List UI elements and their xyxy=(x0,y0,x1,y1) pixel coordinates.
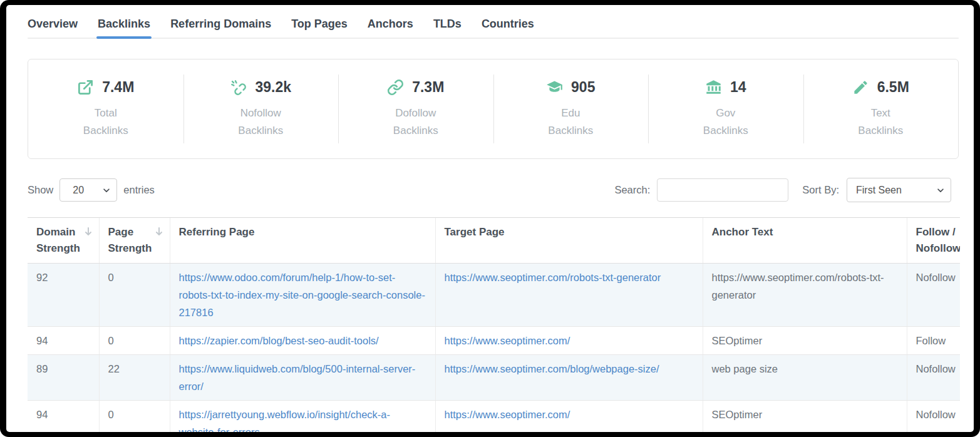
stat-top: 14 xyxy=(705,79,746,96)
stat-card-edu-backlinks: 905 Edu Backlinks xyxy=(493,59,649,158)
stat-card-dofollow-backlinks: 7.3M Dofollow Backlinks xyxy=(338,59,493,158)
column-header-follow-nofollow[interactable]: Follow / Nofollow xyxy=(907,218,960,264)
target-page-cell: https://www.seoptimer.com/robots-txt-gen… xyxy=(435,264,703,327)
column-header-target-page[interactable]: Target Page xyxy=(435,218,703,264)
stat-value: 6.5M xyxy=(877,79,909,96)
target-page-cell: https://www.seoptimer.com/ xyxy=(435,401,703,433)
bank-icon xyxy=(705,79,722,96)
target-page-link[interactable]: https://www.seoptimer.com/blog/webpage-s… xyxy=(445,363,659,374)
stat-label-line: Backlinks xyxy=(548,122,593,140)
tab-backlinks[interactable]: Backlinks xyxy=(98,11,150,39)
follow-cell: Follow xyxy=(907,327,960,355)
table-row: 92 0 https://www.odoo.com/forum/help-1/h… xyxy=(28,264,960,327)
entries-control: Show 20 entries xyxy=(28,178,161,202)
stat-value: 7.3M xyxy=(412,79,444,96)
stat-label-line: Gov xyxy=(703,105,748,122)
anchor-text-cell: SEOptimer xyxy=(703,327,907,355)
follow-cell: Nofollow xyxy=(907,401,960,433)
column-header-referring-page[interactable]: Referring Page xyxy=(170,218,435,264)
referring-page-cell: https://www.liquidweb.com/blog/500-inter… xyxy=(170,355,435,401)
sort-down-icon[interactable] xyxy=(83,227,93,237)
page-strength-cell: 0 xyxy=(99,327,170,355)
column-label: Page Strength xyxy=(108,226,152,254)
search-sort-controls: Search: Sort By: First Seen xyxy=(614,178,951,202)
referring-page-link[interactable]: https://www.odoo.com/forum/help-1/how-to… xyxy=(179,272,425,318)
search-input[interactable] xyxy=(657,178,788,202)
stat-label-line: Edu xyxy=(548,105,593,122)
target-page-cell: https://www.seoptimer.com/blog/webpage-s… xyxy=(435,355,703,401)
sort-down-icon[interactable] xyxy=(154,227,164,237)
page-strength-cell: 0 xyxy=(99,264,170,327)
stat-label-line: Dofollow xyxy=(393,105,438,122)
stat-value: 39.2k xyxy=(255,79,291,96)
content-frame: Overview Backlinks Referring Domains Top… xyxy=(6,5,974,432)
referring-page-link[interactable]: https://jarrettyoung.webflow.io/insight/… xyxy=(179,409,391,432)
entries-label: entries xyxy=(123,184,155,196)
referring-page-link[interactable]: https://zapier.com/blog/best-seo-audit-t… xyxy=(179,335,379,346)
stat-card-nofollow-backlinks: 39.2k Nofollow Backlinks xyxy=(183,59,339,158)
stat-value: 7.4M xyxy=(102,79,134,96)
search-label: Search: xyxy=(614,184,650,196)
target-page-link[interactable]: https://www.seoptimer.com/robots-txt-gen… xyxy=(445,272,661,283)
target-page-cell: https://www.seoptimer.com/ xyxy=(435,327,703,355)
page-strength-cell: 22 xyxy=(99,355,170,401)
tab-referring-domains[interactable]: Referring Domains xyxy=(170,11,271,39)
column-label: Referring Page xyxy=(179,226,255,238)
stat-card-text-backlinks: 6.5M Text Backlinks xyxy=(803,59,959,158)
stat-top: 39.2k xyxy=(230,79,291,96)
link-icon xyxy=(387,79,404,96)
tab-bar: Overview Backlinks Referring Domains Top… xyxy=(28,11,959,39)
tab-countries[interactable]: Countries xyxy=(482,11,534,39)
table-row: 89 22 https://www.liquidweb.com/blog/500… xyxy=(28,355,960,401)
stat-label: Total Backlinks xyxy=(83,105,128,140)
page-strength-cell: 0 xyxy=(99,401,170,433)
stat-label-line: Backlinks xyxy=(238,122,283,140)
tab-tlds[interactable]: TLDs xyxy=(433,11,462,39)
tab-overview[interactable]: Overview xyxy=(28,11,78,39)
column-label: Anchor Text xyxy=(712,226,773,238)
backlinks-table-container: Domain Strength Page Strength Referring … xyxy=(28,217,960,432)
stat-label: Nofollow Backlinks xyxy=(238,105,283,140)
target-page-link[interactable]: https://www.seoptimer.com/ xyxy=(445,335,570,346)
graduation-cap-icon xyxy=(546,79,563,96)
sort-by-select[interactable]: First Seen xyxy=(847,178,951,202)
domain-strength-cell: 94 xyxy=(28,401,99,433)
follow-cell: Nofollow xyxy=(907,264,960,327)
tab-anchors[interactable]: Anchors xyxy=(368,11,413,39)
stat-value: 14 xyxy=(730,79,746,96)
stat-top: 7.3M xyxy=(387,79,444,96)
anchor-text-cell: https://www.seoptimer.com/robots-txt-gen… xyxy=(703,264,907,327)
table-row: 94 0 https://jarrettyoung.webflow.io/ins… xyxy=(28,401,960,433)
domain-strength-cell: 94 xyxy=(28,327,99,355)
entries-select[interactable]: 20 xyxy=(59,178,117,202)
column-header-domain-strength[interactable]: Domain Strength xyxy=(28,218,99,264)
search-control: Search: xyxy=(614,178,788,202)
stat-label: Edu Backlinks xyxy=(548,105,593,140)
stat-label: Dofollow Backlinks xyxy=(393,105,438,140)
column-label: Follow / Nofollow xyxy=(916,226,961,254)
stat-value: 905 xyxy=(571,79,595,96)
referring-page-cell: https://zapier.com/blog/best-seo-audit-t… xyxy=(170,327,435,355)
column-header-page-strength[interactable]: Page Strength xyxy=(99,218,170,264)
referring-page-link[interactable]: https://www.liquidweb.com/blog/500-inter… xyxy=(179,363,416,392)
target-page-link[interactable]: https://www.seoptimer.com/ xyxy=(445,409,570,420)
table-controls: Show 20 entries Search: Sort By: Fi xyxy=(28,178,951,202)
stat-top: 905 xyxy=(546,79,595,96)
stat-card-total-backlinks: 7.4M Total Backlinks xyxy=(28,59,183,158)
domain-strength-cell: 89 xyxy=(28,355,99,401)
broken-link-icon xyxy=(230,79,247,96)
column-label: Domain Strength xyxy=(36,226,80,254)
stat-top: 6.5M xyxy=(852,79,909,96)
tab-top-pages[interactable]: Top Pages xyxy=(291,11,348,39)
backlink-stats-panel: 7.4M Total Backlinks 39.2k Nofollow Back… xyxy=(28,59,959,159)
column-label: Target Page xyxy=(445,226,505,238)
column-header-anchor-text[interactable]: Anchor Text xyxy=(703,218,907,264)
stat-label-line: Backlinks xyxy=(703,122,748,140)
anchor-text-cell: SEOptimer xyxy=(703,401,907,433)
sort-control: Sort By: First Seen xyxy=(802,178,951,202)
stat-label-line: Backlinks xyxy=(858,122,903,140)
backlinks-table: Domain Strength Page Strength Referring … xyxy=(28,217,960,432)
stat-label-line: Text xyxy=(858,105,903,122)
stat-top: 7.4M xyxy=(77,79,134,96)
referring-page-cell: https://jarrettyoung.webflow.io/insight/… xyxy=(170,401,435,433)
